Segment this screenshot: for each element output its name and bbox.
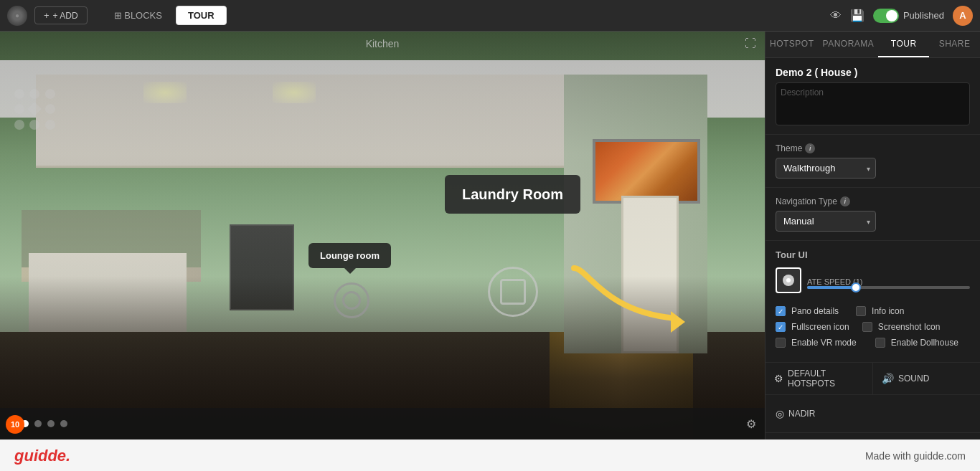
tour-ui-header: Tour UI [776,249,970,260]
pano-header: Kitchen ⛶ [0,32,765,56]
published-toggle[interactable] [873,9,899,23]
rotate-speed-row: ATE SPEED (1) [776,267,970,299]
tour-tab[interactable]: TOUR [176,6,227,25]
vr-label: Enable VR mode [791,338,857,348]
nav-dot-3[interactable] [34,420,42,427]
vr-checkbox[interactable] [776,338,786,348]
published-badge[interactable]: Published [873,9,944,23]
dot-center [27,102,42,116]
hotspots-sound-row: ⚙ DEFAULT HOTSPOTS 🔊 SOUND [765,363,980,395]
app-logo: ● [7,6,27,26]
top-bar-right: 👁 💾 Published A [830,6,973,26]
tab-panorama[interactable]: PANORAMA [819,32,879,57]
nadir-button[interactable]: ◎ NADIR [776,404,970,424]
dot-3 [45,89,55,99]
check-mark-2: ✓ [778,323,783,331]
nav-dot-4[interactable] [47,420,55,427]
panorama-viewer[interactable]: Kitchen ⛶ Lounge room Laundry Room [0,32,765,439]
hotspot-ring-laundry[interactable] [488,267,538,317]
nadir-icon: ◎ [776,408,784,419]
nadir-label: NADIR [788,409,815,419]
dot-6 [45,104,55,114]
nav-type-select-wrapper: Manual Auto Guided ▾ [776,211,876,232]
hotspot-lounge-room[interactable]: Lounge room [308,243,391,268]
theme-label: Theme i [776,143,970,153]
theme-select[interactable]: Walkthrough Classic Modern [776,158,876,179]
info-icon-label: Info icon [872,306,904,316]
tour-title: Demo 2 ( House ) [776,67,970,78]
check-mark: ✓ [778,308,783,315]
theme-section: Theme i Walkthrough Classic Modern ▾ [765,135,980,188]
theme-info-icon[interactable]: i [805,143,815,153]
rotate-speed-control: ATE SPEED (1) [807,277,970,289]
dollhouse-label: Enable Dollhouse [891,338,958,348]
fullscreen-label: Fullscreen icon [791,322,849,332]
dot-9 [45,120,55,130]
tab-share[interactable]: SHARE [929,32,980,57]
eye-icon-button[interactable]: 👁 [830,9,842,22]
nav-type-select[interactable]: Manual Auto Guided [776,211,876,232]
svg-marker-0 [671,311,685,333]
pano-bottom-controls: ⚙ [746,417,756,431]
panel-tabs: HOTSPOT PANORAMA TOUR SHARE [765,32,980,58]
fullscreen-row: ✓ Fullscreen icon Screenshot Icon [776,322,970,332]
tab-tour[interactable]: TOUR [878,32,929,57]
nav-type-section: Navigation Type i Manual Auto Guided ▾ [765,188,980,241]
tab-hotspot[interactable]: HOTSPOT [765,32,819,57]
hotspot-laundry-room[interactable]: Laundry Room [445,175,580,214]
screenshot-label: Screenshot Icon [878,322,941,332]
pano-details-row: ✓ Pano details Info icon [776,306,970,316]
bottom-bar: guidde. Made with guidde.com [0,439,980,471]
pano-details-checkbox[interactable]: ✓ [776,306,786,316]
right-panel: HOTSPOT PANORAMA TOUR SHARE Demo 2 ( Hou… [765,32,980,439]
blocks-tab[interactable]: ⊞ BLOCKS [102,6,174,25]
arrow-annotation [560,254,717,340]
slider-fill [807,286,856,289]
user-avatar[interactable]: A [953,6,973,26]
sound-label: SOUND [898,374,929,384]
arrow-svg [560,254,717,340]
tour-title-section: Demo 2 ( House ) Description [765,58,980,135]
guidde-brand: guidde. [14,447,70,465]
hotspot-ring-lounge[interactable] [334,282,369,318]
dot-7 [14,120,24,130]
speed-widget[interactable] [776,267,801,293]
notification-badge[interactable]: 10 [6,415,24,434]
hotspot-icon: ⚙ [774,373,783,384]
dot-2 [29,89,39,99]
rotate-speed-slider[interactable] [807,286,970,289]
info-icon-checkbox[interactable] [856,306,866,316]
default-hotspots-button[interactable]: ⚙ DEFAULT HOTSPOTS [765,363,872,394]
slider-thumb[interactable] [851,282,861,292]
dot-4 [14,104,24,114]
nav-dot-5[interactable] [60,420,67,427]
sound-button[interactable]: 🔊 SOUND [872,363,980,394]
default-hotspots-label: DEFAULT HOTSPOTS [788,368,864,389]
add-button[interactable]: + + ADD [34,6,88,24]
made-with-text: Made with guidde.com [865,450,966,462]
nav-type-info-icon[interactable]: i [840,196,850,206]
nav-type-label: Navigation Type i [776,196,970,206]
description-field[interactable]: Description [776,82,970,125]
main-layout: Kitchen ⛶ Lounge room Laundry Room [0,32,980,439]
screenshot-checkbox[interactable] [862,322,872,332]
view-tabs: ⊞ BLOCKS TOUR [102,6,227,25]
sound-icon: 🔊 [882,373,894,384]
save-icon-button[interactable]: 💾 [850,9,864,22]
guidde-logo-pano [14,89,57,132]
speed-dot [786,278,791,282]
fullscreen-checkbox[interactable]: ✓ [776,322,786,332]
dollhouse-checkbox[interactable] [875,338,885,348]
pano-details-label: Pano details [791,306,839,316]
theme-select-wrapper: Walkthrough Classic Modern ▾ [776,158,876,179]
published-label: Published [903,10,944,21]
vr-row: Enable VR mode Enable Dollhouse [776,338,970,348]
pano-settings-button[interactable]: ⚙ [746,417,756,431]
expand-button[interactable]: ⛶ [745,37,756,50]
add-icon: + [44,10,50,21]
rotate-speed-label: ATE SPEED (1) [807,277,970,286]
pano-title: Kitchen [366,38,400,49]
speed-inner [783,275,794,286]
guidde-dots [14,89,57,132]
dot-8 [29,120,39,130]
